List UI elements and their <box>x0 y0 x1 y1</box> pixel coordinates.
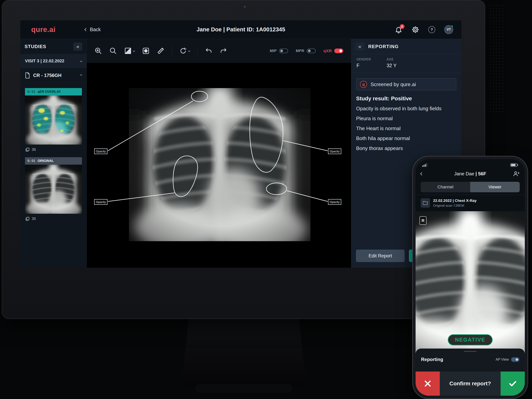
user-avatar[interactable]: VT <box>444 25 453 34</box>
signal-icon <box>422 163 427 167</box>
sheet-drag-handle[interactable] <box>464 351 477 352</box>
image-viewer: MIP MPR qXR <box>87 39 351 268</box>
monitor-stand <box>181 318 306 386</box>
annotation-label: Opacity <box>94 199 108 205</box>
ap-view-label: AP View <box>496 357 509 362</box>
redo-button[interactable] <box>220 47 227 55</box>
app-window: qure.ai Back Jane Doe | Patient ID: 1A00… <box>20 20 461 268</box>
add-person-icon[interactable] <box>513 171 520 177</box>
scan-info-row[interactable]: 22.02.2022 | Chest X-Ray Original scan 7… <box>416 195 525 211</box>
gender-label: GENDER <box>356 58 371 61</box>
zoom-in-icon <box>95 47 102 55</box>
chevron-left-icon <box>84 28 88 31</box>
right-side-marker: R <box>419 216 426 225</box>
document-icon <box>25 72 30 79</box>
avatar-initials: VT <box>447 28 451 31</box>
contrast-icon <box>124 47 132 55</box>
qxr-toggle[interactable] <box>334 49 343 53</box>
thumbnail-original[interactable]: S: 01 ORIGINAL 36 <box>25 157 82 221</box>
reporting-title: REPORTING <box>368 44 399 49</box>
screened-by-box: q Screened by qure.ai <box>356 78 456 90</box>
image-count-row: 36 <box>25 216 82 221</box>
viewer-toolbar: MIP MPR qXR <box>87 39 351 63</box>
toggle-knob <box>308 49 311 52</box>
tab-viewer[interactable]: Viewer <box>470 182 520 192</box>
notifications-button[interactable]: 2 <box>395 26 403 33</box>
layers-icon <box>25 147 30 152</box>
edit-report-button[interactable]: Edit Report <box>356 250 405 262</box>
help-button[interactable]: ? <box>428 26 435 33</box>
patient-info-row: GENDER F AGE 32 Y <box>351 54 461 73</box>
negative-result-badge: NEGATIVE <box>448 334 493 345</box>
webcam-dot <box>244 6 246 8</box>
mpr-toggle[interactable] <box>307 49 316 53</box>
ap-view-toggle[interactable] <box>511 357 519 362</box>
findings-list: Opacity is observed in both lung fields … <box>356 105 456 155</box>
phone-xray-view[interactable]: R NEGATIVE <box>416 211 525 354</box>
tab-channel[interactable]: Channel <box>421 182 470 192</box>
measure-tool[interactable] <box>157 47 165 55</box>
magnify-tool[interactable] <box>109 47 117 55</box>
reject-report-button[interactable] <box>416 372 440 396</box>
mip-label: MIP <box>270 49 277 53</box>
confirm-report-bar: Confirm report? <box>416 372 525 396</box>
collapse-studies-button[interactable]: « <box>73 43 82 51</box>
visit-label: VISIT 3 | 22.02.2022 <box>25 58 64 63</box>
xray-canvas[interactable]: Opacity Opacity Opacity Opacity <box>87 63 351 268</box>
notification-badge: 2 <box>400 24 405 29</box>
series-tag: S: 01 <box>27 90 35 94</box>
annotation-label: Opacity <box>94 148 108 154</box>
window-level-tool[interactable] <box>124 47 135 55</box>
approve-report-button[interactable] <box>500 372 525 396</box>
finding-item: The Heart is normal <box>356 125 456 132</box>
invert-tool[interactable] <box>142 47 150 55</box>
thumbnail-qer-overlay[interactable]: S: 01 qER OVERLAY 36 <box>25 88 82 152</box>
layers-icon <box>25 217 30 221</box>
mip-toggle-group: MIP <box>270 49 288 53</box>
phone-patient-name: Jane Dae <box>454 171 474 176</box>
back-button[interactable]: Back <box>85 27 101 32</box>
collapse-reporting-button[interactable]: « <box>355 43 364 51</box>
phone-header: Jane Dae | 56F <box>416 168 525 179</box>
confirm-report-text: Confirm report? <box>440 372 500 396</box>
scan-title: 22.02.2022 | Chest X-Ray <box>433 198 477 203</box>
qxr-toggle-group: qXR <box>323 49 343 53</box>
annotation-label: Opacity <box>328 199 341 205</box>
search-icon <box>109 47 117 55</box>
phone-patient-meta: | 56F <box>475 171 486 176</box>
online-status-dot <box>451 25 453 27</box>
phone-tab-bar: Channel Viewer <box>416 179 525 195</box>
undo-button[interactable] <box>205 47 212 55</box>
zoom-in-tool[interactable] <box>95 47 102 55</box>
back-label: Back <box>90 27 101 32</box>
chevron-down-icon <box>80 60 82 62</box>
battery-icon <box>510 163 518 167</box>
qer-overlay-thumbnail-image[interactable] <box>25 95 82 145</box>
toolbar-divider <box>172 47 172 55</box>
x-icon <box>424 380 432 388</box>
chest-xray-image <box>129 88 310 241</box>
qure-mark-icon: q <box>360 81 367 88</box>
phone-chest-xray-image <box>416 211 525 354</box>
rotate-tool[interactable] <box>179 47 190 55</box>
series-row[interactable]: CR - 1756GH <box>20 68 87 83</box>
visit-row[interactable]: VISIT 3 | 22.02.2022 <box>20 54 87 68</box>
finding-item: Pleura is normal <box>356 115 456 122</box>
chevron-down-icon <box>133 50 135 52</box>
toggle-knob <box>339 49 342 52</box>
thumbnail-label-bar: S: 01 qER OVERLAY <box>25 88 82 95</box>
toggle-knob <box>280 49 283 52</box>
age-value: 32 Y <box>386 63 396 68</box>
qxr-label: qXR <box>323 49 332 53</box>
chevron-down-icon <box>188 50 190 52</box>
phone-back-button[interactable] <box>420 172 424 176</box>
phone-screen: Jane Dae | 56F Channel Viewer 22.02.2022… <box>416 159 525 396</box>
redo-icon <box>220 47 227 55</box>
background-dots <box>489 4 504 113</box>
original-thumbnail-image[interactable] <box>25 165 82 214</box>
phone-device: Jane Dae | 56F Channel Viewer 22.02.2022… <box>412 156 528 399</box>
mip-toggle[interactable] <box>279 49 288 53</box>
ruler-icon <box>157 47 165 55</box>
settings-button[interactable] <box>412 26 419 33</box>
thumbnail-label-bar: S: 01 ORIGINAL <box>25 157 82 165</box>
